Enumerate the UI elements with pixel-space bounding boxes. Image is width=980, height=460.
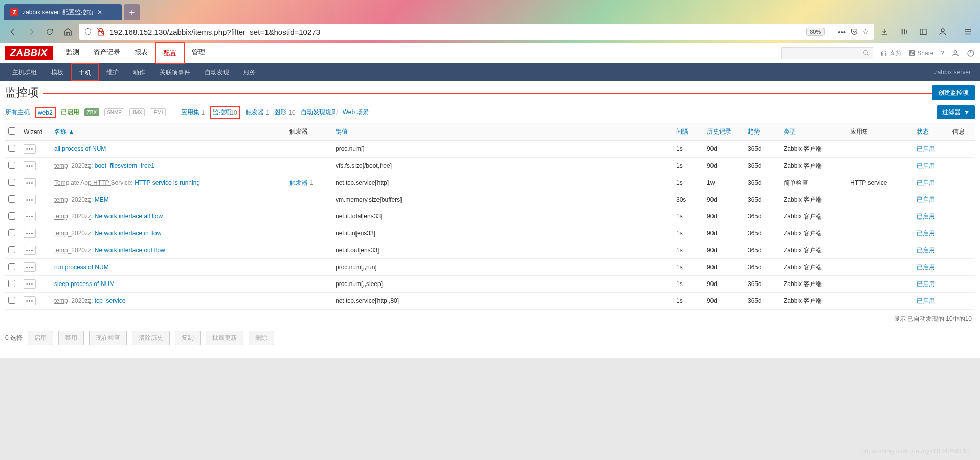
web-link[interactable]: Web 场景 — [343, 108, 369, 117]
new-tab-button[interactable]: ＋ — [124, 4, 140, 20]
wizard-menu-button[interactable]: ••• — [24, 296, 36, 305]
hamburger-icon[interactable] — [961, 25, 975, 39]
status-link[interactable]: 已启用 — [917, 145, 935, 152]
col-history[interactable]: 历史记录 — [707, 128, 731, 135]
filter-button[interactable]: 过滤器 — [937, 105, 975, 119]
items-link[interactable]: 监控项 — [213, 108, 231, 117]
apps-link[interactable]: 应用集 — [181, 108, 199, 117]
share-link[interactable]: Z Share — [909, 50, 933, 57]
wizard-menu-button[interactable]: ••• — [24, 161, 36, 170]
nav-administration[interactable]: 管理 — [185, 42, 212, 64]
wizard-menu-button[interactable]: ••• — [24, 229, 36, 238]
row-checkbox[interactable] — [8, 162, 15, 169]
col-type[interactable]: 类型 — [784, 128, 796, 135]
item-name-link[interactable]: boot_filesystem_free1 — [95, 162, 154, 169]
nav-inventory[interactable]: 资产记录 — [86, 42, 127, 64]
item-name-link[interactable]: all process of NUM — [54, 145, 106, 152]
sidebar-icon[interactable] — [916, 25, 930, 39]
status-link[interactable]: 已启用 — [917, 196, 935, 203]
all-hosts-link[interactable]: 所有主机 — [5, 108, 30, 117]
status-link[interactable]: 已启用 — [917, 213, 935, 220]
url-bar[interactable]: 80% ••• ☆ — [79, 24, 874, 40]
status-link[interactable]: 已启用 — [917, 297, 935, 304]
clear-history-button[interactable]: 清除历史 — [132, 331, 170, 345]
nav-reports[interactable]: 报表 — [127, 42, 155, 64]
global-search[interactable] — [781, 47, 873, 59]
template-prefix[interactable]: Template App HTTP Service — [54, 179, 131, 186]
row-checkbox[interactable] — [8, 145, 15, 152]
close-icon[interactable]: ✕ — [97, 9, 102, 16]
nav-configuration[interactable]: 配置 — [155, 42, 185, 64]
enable-button[interactable]: 启用 — [28, 331, 53, 345]
wizard-menu-button[interactable]: ••• — [24, 246, 36, 255]
reload-button[interactable] — [42, 24, 57, 39]
template-prefix[interactable]: temp_2020zz — [54, 297, 91, 304]
item-name-link[interactable]: run process of NUM — [54, 264, 109, 271]
status-link[interactable]: 已启用 — [917, 162, 935, 169]
wizard-menu-button[interactable]: ••• — [24, 144, 36, 154]
subnav-actions[interactable]: 动作 — [126, 64, 152, 81]
wizard-menu-button[interactable]: ••• — [24, 195, 36, 204]
shield-icon[interactable] — [84, 28, 92, 36]
triggers-link[interactable]: 触发器 — [246, 108, 264, 117]
library-icon[interactable] — [897, 25, 911, 39]
select-all-checkbox[interactable] — [8, 127, 15, 135]
row-checkbox[interactable] — [8, 195, 15, 203]
row-checkbox[interactable] — [8, 179, 15, 186]
subnav-hostgroups[interactable]: 主机群组 — [5, 64, 44, 81]
delete-button[interactable]: 删除 — [249, 331, 274, 345]
item-name-link[interactable]: sleep process of NUM — [54, 280, 115, 288]
status-link[interactable]: 已启用 — [917, 230, 935, 237]
subnav-services[interactable]: 服务 — [236, 64, 263, 81]
downloads-icon[interactable] — [877, 25, 892, 39]
template-prefix[interactable]: temp_2020zz — [54, 247, 91, 254]
item-name-link[interactable]: MEM — [95, 196, 109, 203]
home-button[interactable] — [60, 24, 76, 39]
row-checkbox[interactable] — [8, 280, 15, 287]
wizard-menu-button[interactable]: ••• — [24, 279, 36, 289]
template-prefix[interactable]: temp_2020zz — [54, 213, 91, 220]
item-name-link[interactable]: Network interface in flow — [95, 230, 162, 237]
subnav-maintenance[interactable]: 维护 — [99, 64, 126, 81]
subnav-hosts[interactable]: 主机 — [71, 63, 99, 81]
col-name[interactable]: 名称 ▲ — [54, 128, 74, 135]
trigger-link[interactable]: 触发器 — [289, 179, 308, 186]
help-icon[interactable]: ? — [941, 50, 944, 57]
browser-tab[interactable]: Z zabbix server: 配置监控项 ✕ — [4, 4, 122, 20]
power-icon[interactable] — [967, 49, 975, 57]
mass-update-button[interactable]: 批量更新 — [206, 331, 243, 345]
back-button[interactable] — [5, 24, 20, 39]
host-link[interactable]: web2 — [38, 109, 53, 116]
status-link[interactable]: 已启用 — [917, 280, 935, 288]
status-link[interactable]: 已启用 — [917, 247, 935, 254]
wizard-menu-button[interactable]: ••• — [24, 212, 36, 221]
disable-button[interactable]: 禁用 — [58, 331, 84, 345]
subnav-discovery[interactable]: 自动发现 — [197, 64, 236, 81]
col-key[interactable]: 键值 — [336, 128, 348, 135]
wizard-menu-button[interactable]: ••• — [24, 262, 36, 272]
row-checkbox[interactable] — [8, 246, 15, 253]
lock-slash-icon[interactable] — [96, 27, 105, 36]
forward-button[interactable] — [24, 24, 39, 39]
row-checkbox[interactable] — [8, 263, 15, 270]
template-prefix[interactable]: temp_2020zz — [54, 230, 91, 237]
item-name-link[interactable]: tcp_service — [95, 297, 126, 304]
item-name-link[interactable]: HTTP service is running — [135, 179, 200, 186]
template-prefix[interactable]: temp_2020zz — [54, 162, 91, 169]
zabbix-logo[interactable]: ZABBIX — [5, 46, 53, 60]
subnav-templates[interactable]: 模板 — [44, 64, 71, 81]
col-interval[interactable]: 间隔 — [676, 128, 688, 135]
create-item-button[interactable]: 创建监控项 — [932, 85, 975, 100]
copy-button[interactable]: 复制 — [175, 331, 201, 345]
discovery-link[interactable]: 自动发现规则 — [301, 108, 338, 117]
zoom-level[interactable]: 80% — [806, 28, 825, 36]
pocket-icon[interactable] — [850, 28, 858, 36]
row-checkbox[interactable] — [8, 212, 15, 220]
subnav-correlation[interactable]: 关联项事件 — [152, 64, 197, 81]
support-link[interactable]: 支持 — [880, 49, 902, 57]
col-trends[interactable]: 趋势 — [748, 128, 760, 135]
address-input[interactable] — [109, 28, 802, 36]
col-status[interactable]: 状态 — [917, 128, 929, 135]
more-icon[interactable]: ••• — [838, 28, 846, 36]
status-link[interactable]: 已启用 — [917, 264, 935, 271]
